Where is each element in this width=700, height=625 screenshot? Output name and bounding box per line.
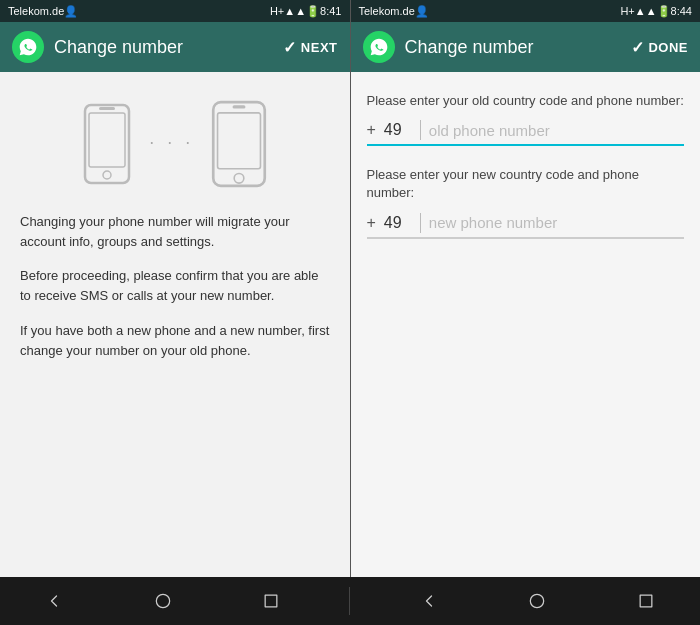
svg-rect-1	[89, 113, 125, 167]
svg-point-6	[234, 174, 244, 184]
recent-button-1[interactable]	[241, 583, 301, 619]
old-phone-input[interactable]	[429, 122, 684, 139]
svg-rect-11	[640, 595, 652, 607]
back-button-2[interactable]	[399, 583, 459, 619]
user-icon-2: 👤	[415, 5, 429, 18]
time-1: 8:41	[320, 5, 341, 17]
arrow-dots: · · ·	[149, 132, 194, 153]
new-divider	[420, 213, 421, 233]
time-2: 8:44	[671, 5, 692, 17]
new-number-label: Please enter your new country code and p…	[367, 166, 685, 202]
old-number-section: Please enter your old country code and p…	[367, 92, 685, 146]
old-divider	[420, 120, 421, 140]
nav-bar	[0, 577, 700, 625]
new-number-section: Please enter your new country code and p…	[367, 166, 685, 238]
signal-icon-2: ▲▲	[635, 5, 657, 17]
old-phone-icon	[81, 103, 133, 185]
svg-point-10	[531, 594, 544, 607]
recent-icon-2	[636, 591, 656, 611]
svg-rect-7	[233, 105, 246, 108]
user-icon-1: 👤	[64, 5, 78, 18]
screen1-content: · · · Changing your phone number will mi…	[0, 72, 350, 577]
new-phone-icon	[210, 100, 268, 188]
network-2: H+	[620, 5, 634, 17]
battery-icon-1: 🔋	[306, 5, 320, 18]
carrier-1: Telekom.de	[8, 5, 64, 17]
done-button[interactable]: ✓ DONE	[631, 38, 688, 57]
new-plus-sign: +	[367, 214, 376, 232]
whatsapp-logo-2	[363, 31, 395, 63]
check-icon-done: ✓	[631, 38, 645, 57]
whatsapp-logo-1	[12, 31, 44, 63]
svg-rect-3	[99, 107, 115, 110]
next-label: NEXT	[301, 40, 338, 55]
back-icon-2	[419, 591, 439, 611]
whatsapp-icon-1	[18, 37, 38, 57]
para-2: Before proceeding, please confirm that y…	[20, 266, 330, 306]
nav-divider	[349, 587, 350, 615]
screen-1: Telekom.de 👤 H+ ▲▲ 🔋 8:41 Change number …	[0, 0, 351, 577]
status-bar-2: Telekom.de 👤 H+ ▲▲ 🔋 8:44	[351, 0, 701, 22]
home-icon-1	[153, 591, 173, 611]
svg-rect-5	[218, 113, 261, 169]
new-number-input-row: + 49	[367, 213, 685, 239]
home-icon-2	[527, 591, 547, 611]
done-label: DONE	[648, 40, 688, 55]
phones-illustration: · · ·	[20, 100, 330, 188]
old-country-code[interactable]: 49	[384, 121, 412, 139]
signal-icon-1: ▲▲	[284, 5, 306, 17]
svg-point-2	[103, 171, 111, 179]
toolbar-2: Change number ✓ DONE	[351, 22, 701, 72]
back-button-1[interactable]	[24, 583, 84, 619]
toolbar-title-2: Change number	[405, 37, 621, 58]
home-button-1[interactable]	[133, 583, 193, 619]
home-button-2[interactable]	[507, 583, 567, 619]
para-3: If you have both a new phone and a new n…	[20, 321, 330, 361]
svg-point-8	[156, 594, 169, 607]
svg-rect-9	[265, 595, 277, 607]
para-1: Changing your phone number will migrate …	[20, 212, 330, 252]
old-number-input-row: + 49	[367, 120, 685, 146]
carrier-2: Telekom.de	[359, 5, 415, 17]
screen2-content: Please enter your old country code and p…	[351, 72, 701, 577]
battery-icon-2: 🔋	[657, 5, 671, 18]
recent-icon-1	[261, 591, 281, 611]
screen1-description: Changing your phone number will migrate …	[20, 212, 330, 361]
new-phone-input[interactable]	[429, 214, 684, 231]
new-country-code[interactable]: 49	[384, 214, 412, 232]
toolbar-1: Change number ✓ NEXT	[0, 22, 350, 72]
toolbar-title-1: Change number	[54, 37, 273, 58]
status-bar-1: Telekom.de 👤 H+ ▲▲ 🔋 8:41	[0, 0, 350, 22]
old-number-label: Please enter your old country code and p…	[367, 92, 685, 110]
whatsapp-icon-2	[369, 37, 389, 57]
screen-2: Telekom.de 👤 H+ ▲▲ 🔋 8:44 Change number …	[351, 0, 701, 577]
back-icon-1	[44, 591, 64, 611]
old-plus-sign: +	[367, 121, 376, 139]
next-button[interactable]: ✓ NEXT	[283, 38, 337, 57]
check-icon-next: ✓	[283, 38, 297, 57]
recent-button-2[interactable]	[616, 583, 676, 619]
network-1: H+	[270, 5, 284, 17]
